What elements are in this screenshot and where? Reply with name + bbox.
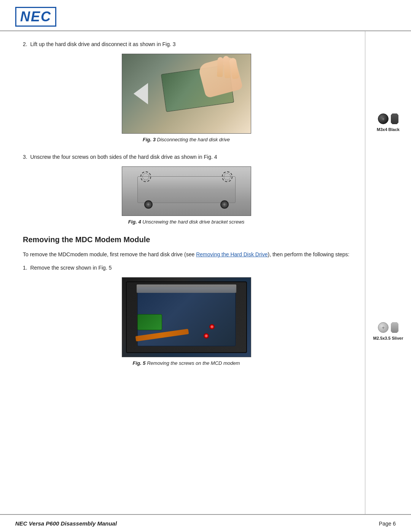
figure-3-container: Fig. 3 Disconnecting the hard disk drive bbox=[23, 54, 350, 142]
hdd-bracket bbox=[137, 176, 236, 203]
figure-4-container: Fig. 4 Unscrewing the hard disk drive br… bbox=[23, 166, 350, 225]
hard-disk-drive-link[interactable]: Removing the Hard Disk Drive bbox=[196, 251, 268, 257]
silver-strip bbox=[137, 284, 236, 293]
step1-modem-text: 1. Remove the screw shown in Fig. 5 bbox=[23, 264, 350, 272]
sidebar: M3x4 Black M2.5x3.5 Sliver bbox=[365, 31, 411, 514]
figure-5-container: Fig. 5 Removing the screws on the MCD mo… bbox=[23, 277, 350, 366]
footer-title: NEC Versa P600 Disassembly Manual bbox=[15, 520, 117, 527]
nec-logo-text: NEC bbox=[15, 7, 56, 27]
screw-marker-1 bbox=[209, 324, 215, 329]
screw-label-2: M2.5x3.5 Sliver bbox=[373, 336, 403, 340]
screw-side-icon-2 bbox=[391, 322, 398, 333]
nec-logo: NEC bbox=[15, 7, 56, 27]
figure-4-caption: Fig. 4 Unscrewing the hard disk drive br… bbox=[128, 219, 245, 225]
main-content: 2. Lift up the hard disk drive and disco… bbox=[0, 31, 411, 514]
section-intro: To remove the MDCmodem module, first rem… bbox=[23, 250, 350, 259]
footer-page: Page 6 bbox=[379, 521, 396, 527]
screw-marker-2 bbox=[204, 333, 209, 339]
figure-5-caption: Fig. 5 Removing the screws on the MCD mo… bbox=[133, 360, 240, 366]
header: NEC bbox=[0, 0, 411, 31]
content-area: 2. Lift up the hard disk drive and disco… bbox=[0, 31, 365, 514]
screw-label-1: M3x4 Black bbox=[377, 127, 400, 132]
screw-circle-big-1 bbox=[378, 113, 389, 124]
figure-5-image bbox=[122, 277, 251, 357]
green-chip bbox=[137, 314, 162, 330]
arrow-icon bbox=[134, 83, 148, 104]
page-wrapper: NEC 2. Lift up the hard disk drive and d… bbox=[0, 0, 411, 532]
sidebar-screw-m2x5: M2.5x3.5 Sliver bbox=[373, 322, 403, 340]
finger-3 bbox=[217, 57, 223, 77]
section-heading: Removing the MDC Modem Module bbox=[23, 235, 350, 244]
sidebar-screw-m3x4: M3x4 Black bbox=[377, 113, 400, 132]
figure-4-image bbox=[122, 166, 251, 216]
screw-bl bbox=[144, 200, 153, 209]
modem-section: Removing the MDC Modem Module To remove … bbox=[23, 235, 350, 366]
step2-text: 2. Lift up the hard disk drive and disco… bbox=[23, 40, 350, 48]
figure-3-caption: Fig. 3 Disconnecting the hard disk drive bbox=[143, 137, 230, 142]
screw-icon-group-1 bbox=[378, 113, 398, 124]
step-3: 3. Unscrew the four screws on both sides… bbox=[23, 153, 350, 225]
screw-icon-group-2 bbox=[378, 322, 398, 333]
step-2: 2. Lift up the hard disk drive and disco… bbox=[23, 40, 350, 142]
screw-circle-silver-1 bbox=[378, 322, 389, 333]
screw-dashed-tr bbox=[222, 171, 233, 182]
figure-3-image bbox=[122, 54, 251, 134]
step3-text: 3. Unscrew the four screws on both sides… bbox=[23, 153, 350, 161]
screw-dashed-tl bbox=[140, 171, 151, 182]
screw-br bbox=[220, 200, 229, 209]
screw-side-icon-1 bbox=[391, 113, 398, 124]
footer: NEC Versa P600 Disassembly Manual Page 6 bbox=[0, 514, 411, 532]
